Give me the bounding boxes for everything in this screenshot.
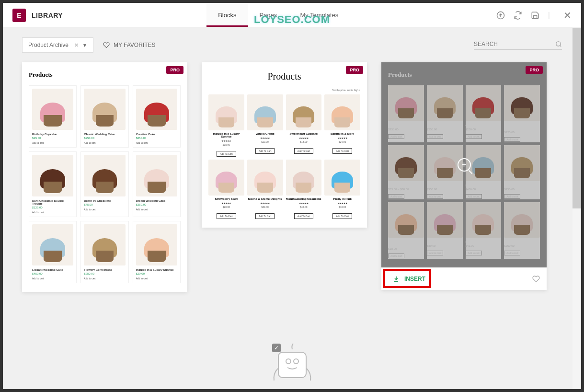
add-to-cart-button[interactable]: Add To Cart [255,213,275,219]
add-to-cart-button[interactable]: Add To Cart [332,213,352,219]
add-to-cart-link[interactable]: Add to cart [84,141,125,144]
svg-point-1 [556,41,561,46]
product-image [324,94,360,130]
template-card[interactable]: PRO Products Birthday Cupcake $15.00 Add… [22,62,187,292]
upload-icon[interactable] [496,11,505,20]
elementor-logo-icon: E [12,9,26,22]
add-to-cart-button[interactable]: Add To Cart [255,148,275,154]
add-to-cart-link[interactable]: Add to cart [136,277,177,280]
preview-title: Products [388,71,540,79]
product-price: $250.00 [504,188,540,191]
add-to-cart-link[interactable]: Add to cart [388,194,404,199]
add-to-cart-link[interactable]: Add to cart [427,251,443,255]
product-price: $20.00 [136,272,177,275]
product-item: Dream Wedding Cake $350.00 Add to cart [133,151,181,217]
product-price: $20.00 [208,206,244,208]
category-filter-dropdown[interactable]: Product Archive ✕ ▼ [22,37,93,53]
content-toolbar: Product Archive ✕ ▼ MY FAVORITES [3,28,581,62]
product-name: Death by Chocolate [84,199,125,202]
product-image [286,94,322,130]
template-card-footer: INSERT [381,267,547,290]
svg-point-4 [294,359,298,364]
add-to-cart-link[interactable]: Add to cart [466,194,482,199]
add-to-cart-link[interactable]: Add to cart [466,134,482,139]
add-to-cart-link[interactable]: Add to cart [84,277,125,280]
footer-message-area: ✓ Stay tuned! More awesome templates com… [3,311,581,389]
product-price: $125.00 [504,131,540,134]
template-card[interactable]: PRO Products Sort by price: low to high … [202,62,367,228]
scrollbar[interactable] [573,28,581,389]
product-item: Birthday Cupcake $15.00 Add to cart [29,85,77,148]
add-to-cart-link[interactable]: Add to cart [427,134,443,139]
product-image [84,155,125,196]
close-icon[interactable]: ✕ [563,10,572,21]
add-to-cart-link[interactable]: Add to cart [388,134,404,139]
add-to-cart-link[interactable]: Add to cart [84,208,125,211]
product-price: $18.00 [324,206,360,208]
product-price: $45.00 [84,203,125,206]
clear-filter-icon[interactable]: ✕ [74,42,79,48]
add-to-cart-link[interactable]: Add to cart [504,137,520,142]
product-image [208,160,244,196]
product-price: $250.00 [466,128,502,131]
add-to-cart-button[interactable]: Add To Cart [294,213,313,219]
product-image [388,85,424,121]
modal-title: LIBRARY [32,12,63,19]
product-name: Dream Wedding Cake [136,199,177,202]
insert-button[interactable]: INSERT [388,273,430,285]
add-to-cart-button[interactable]: Add To Cart [332,148,352,154]
search-field[interactable] [474,41,562,50]
product-name: Pretty in Pink [324,197,360,200]
product-item: Flowery Confections $250.00 Add to cart [80,221,128,283]
add-to-cart-link[interactable]: Add to cart [388,254,404,258]
product-item: Elegant Wedding Cake $450.00 Add to cart [29,221,77,283]
add-to-cart-link[interactable]: Add to cart [136,208,177,211]
product-item: Mocha & Creme Delights ★★★★★ $39.00 Add … [247,160,283,219]
product-item: Vanilla Creme ★★★★★ $20.00 Add To Cart [247,94,283,157]
product-image [136,89,177,130]
product-name: Sprinkles & More [324,132,360,135]
product-item: Mouthwatering Mooncake $42.00 Add to car… [466,202,502,259]
product-price: $450.00 [466,188,502,191]
add-to-cart-link[interactable]: Add to cart [32,277,73,280]
add-to-cart-link[interactable]: Add to cart [466,251,482,255]
add-to-cart-link[interactable]: Add to cart [504,194,520,199]
product-name: Elegant Wedding Cake [466,184,502,187]
product-image [32,224,73,265]
add-to-cart-link[interactable]: Add to cart [32,141,73,144]
product-name: Birthday Cupcake [388,124,424,127]
template-preview: Products Sort by price: low to high ↕ In… [202,62,367,228]
add-to-cart-button[interactable]: Add To Cart [217,151,236,157]
favorite-heart-icon[interactable] [532,275,540,283]
product-item: Dream Wedding Cake $350.00 Add to cart [427,145,463,199]
preview-title: Products [208,71,360,82]
magnify-icon[interactable]: + [458,158,471,172]
search-input[interactable] [474,41,555,47]
product-image [324,160,360,196]
product-price: $24.00 [324,140,360,143]
product-name: Mystical Magic Cake [504,241,540,243]
add-to-cart-link[interactable]: Add to cart [427,194,443,199]
tab-blocks[interactable]: Blocks [206,4,248,26]
header-actions: | ✕ [496,10,572,21]
add-to-cart-link[interactable]: Add to cart [504,251,520,255]
add-to-cart-link[interactable]: Add to cart [136,141,177,144]
heart-icon [103,42,110,48]
download-icon [393,276,400,282]
add-to-cart-button[interactable]: Add To Cart [294,148,313,154]
product-image [32,89,73,130]
favorites-toggle[interactable]: MY FAVORITES [103,42,156,48]
add-to-cart-link[interactable]: Add to cart [32,211,73,214]
template-card-hover[interactable]: PRO + Products Birthday Cupcake $256.00 … [381,62,547,290]
add-to-cart-button[interactable]: Add To Cart [217,213,236,219]
scrollbar-thumb[interactable] [573,28,581,208]
save-icon[interactable] [531,11,539,20]
pro-badge: PRO [346,66,363,74]
sync-icon[interactable] [514,11,522,20]
modal-header: E LIBRARY Blocks Pages My Templates | ✕ [3,3,581,28]
product-price: $39.00 [427,244,463,247]
tab-pages[interactable]: Pages [248,4,289,26]
tab-my-templates[interactable]: My Templates [288,4,350,26]
insert-label: INSERT [404,276,425,282]
product-image [286,160,322,196]
